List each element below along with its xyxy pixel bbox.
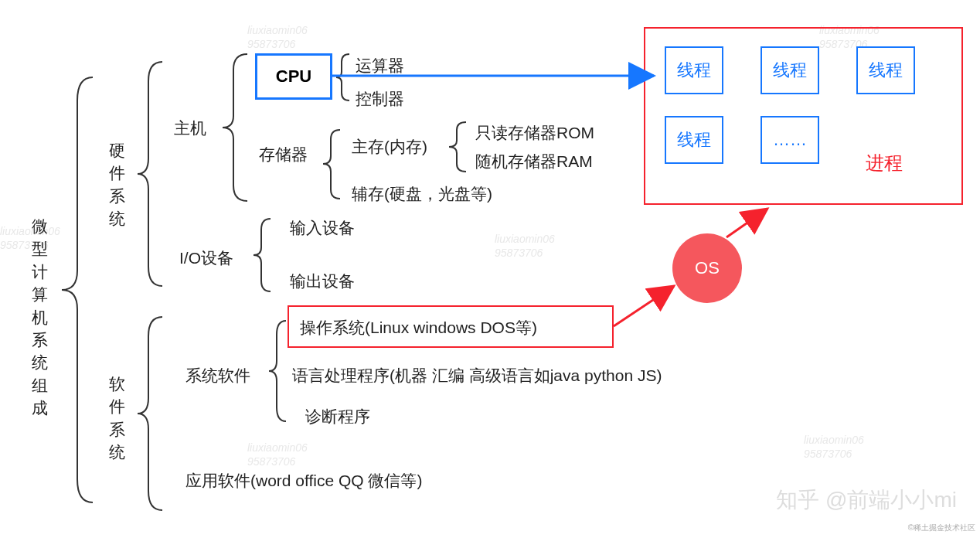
ram-label: 随机存储器RAM bbox=[475, 151, 593, 172]
os-circle: OS bbox=[672, 233, 742, 303]
thread-box-1: 线程 bbox=[665, 46, 723, 94]
watermark: liuxiaomin0695873706 bbox=[0, 224, 60, 252]
cpu-box: CPU bbox=[255, 53, 332, 100]
process-text: 进程 bbox=[866, 151, 903, 175]
brace-root bbox=[54, 70, 100, 510]
software-label: 软件系统 bbox=[108, 373, 125, 464]
output-label: 输出设备 bbox=[290, 271, 355, 292]
root-label: 微型计算机系统组成 bbox=[31, 215, 48, 420]
corner-attribution: ©稀土掘金技术社区 bbox=[908, 523, 975, 533]
svg-line-1 bbox=[614, 286, 674, 326]
diag-label: 诊断程序 bbox=[305, 406, 370, 427]
main-mem-label: 主存(内存) bbox=[352, 136, 427, 158]
lang-label: 语言处理程序(机器 汇编 高级语言如java python JS) bbox=[292, 365, 662, 386]
cpu-text: CPU bbox=[276, 66, 311, 87]
attribution: 知乎 @前端小小mi bbox=[776, 485, 957, 515]
brace-io bbox=[247, 213, 278, 298]
app-sw-label: 应用软件(word office QQ 微信等) bbox=[185, 470, 423, 492]
svg-line-2 bbox=[726, 209, 767, 237]
watermark: liuxiaomin0695873706 bbox=[247, 23, 308, 51]
hardware-label: 硬件系统 bbox=[108, 139, 125, 230]
memory-label: 存储器 bbox=[259, 144, 308, 165]
thread-box-2: 线程 bbox=[761, 46, 819, 94]
rom-label: 只读存储器ROM bbox=[475, 122, 594, 144]
watermark: liuxiaomin0695873706 bbox=[247, 441, 308, 468]
brace-software bbox=[131, 309, 170, 518]
host-label: 主机 bbox=[174, 117, 206, 139]
watermark: liuxiaomin0695873706 bbox=[495, 232, 555, 260]
brace-cpu bbox=[332, 50, 356, 104]
os-label: 操作系统(Linux windows DOS等) bbox=[300, 317, 537, 339]
io-label: I/O设备 bbox=[179, 247, 233, 269]
brace-host bbox=[216, 46, 255, 209]
thread-box-3: 线程 bbox=[856, 46, 915, 94]
thread-box-ellipsis: …… bbox=[761, 116, 819, 164]
aux-mem-label: 辅存(硬盘，光盘等) bbox=[352, 183, 492, 205]
brace-memory bbox=[317, 124, 348, 205]
brace-main-mem bbox=[444, 116, 472, 178]
watermark: liuxiaomin0695873706 bbox=[804, 433, 864, 461]
cu-label: 控制器 bbox=[356, 88, 404, 110]
thread-box-4: 线程 bbox=[665, 116, 723, 164]
input-label: 输入设备 bbox=[290, 217, 355, 239]
alu-label: 运算器 bbox=[356, 55, 404, 77]
system-sw-label: 系统软件 bbox=[185, 365, 250, 386]
brace-hardware bbox=[131, 54, 170, 294]
